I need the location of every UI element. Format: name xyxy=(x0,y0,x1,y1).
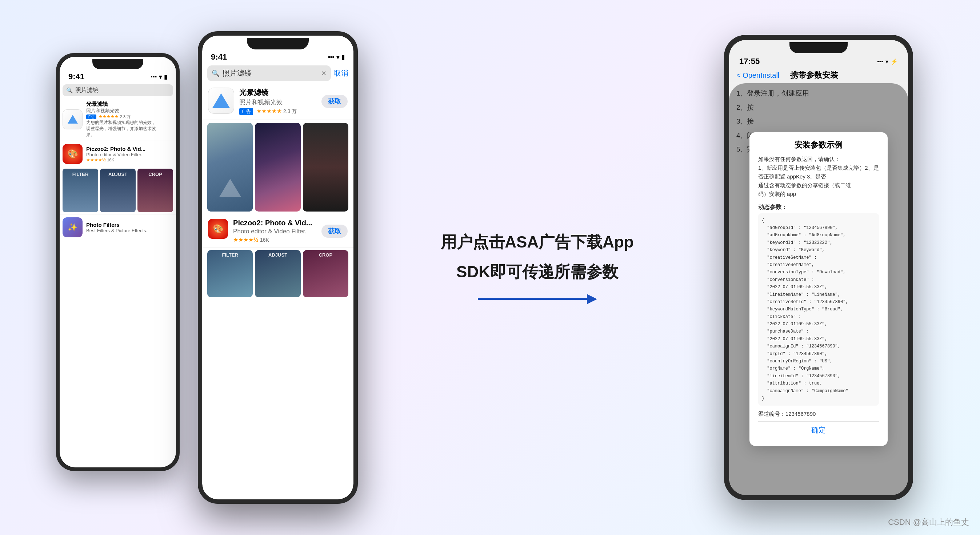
right-status-time: 17:55 xyxy=(739,57,760,66)
right-status-icons: ▪▪▪ ▾ ⚡ xyxy=(877,58,898,65)
right-battery-icon: ⚡ xyxy=(891,58,898,65)
back-app3-info: Photo Filters Best Filters & Picture Eff… xyxy=(86,222,147,233)
dialog-channel: 渠道编号：1234567890 xyxy=(758,411,879,418)
nav-back-btn[interactable]: < OpenInstall xyxy=(737,71,779,79)
dialog-confirm-btn[interactable]: 确定 xyxy=(758,421,879,439)
front-app1-info: 光景滤镜 照片和视频光效 广告 ★★★★★ 2.3 万 xyxy=(239,87,317,115)
phones-group: 9:41 ▪▪▪ ▾ ▮ 🔍 照片滤镜 xyxy=(67,31,350,504)
wifi-icon: ▾ xyxy=(159,73,162,80)
front-search-bar[interactable]: 🔍 照片滤镜 ✕ xyxy=(207,65,331,81)
back-app1-name: 光景滤镜 xyxy=(86,101,159,108)
back-app2-name: Piczoo2: Photo & Vid... xyxy=(86,146,145,152)
wifi-icon-front: ▾ xyxy=(336,54,339,61)
app-icon-piczoo-front: 🎨 xyxy=(208,219,228,239)
front-ss2-filter: FILTER xyxy=(207,250,253,297)
phone-right-notch xyxy=(789,42,848,53)
search-clear-btn[interactable]: ✕ xyxy=(321,70,326,78)
phone-front-status-bar: 9:41 ▪▪▪ ▾ ▮ xyxy=(202,49,353,63)
front-app2-get-btn[interactable]: 获取 xyxy=(321,225,348,238)
back-app1-stars: 广告 ★★★★★ 2.3 万 xyxy=(86,114,159,119)
arrow-head xyxy=(587,294,597,304)
front-app2-info: Piczoo2: Photo & Vid... Photo editor & V… xyxy=(233,219,317,243)
phone-right-screen: 17:55 ▪▪▪ ▾ ⚡ < OpenInstall 携带参数安装 1、登录注… xyxy=(729,40,908,495)
dialog-box: 安装参数示例 如果没有任何参数返回，请确认： 1、新应用是否上传安装包（是否集成… xyxy=(749,132,888,446)
search-text: 照片滤镜 xyxy=(75,86,99,94)
front-app2-name: Piczoo2: Photo & Vid... xyxy=(233,219,317,227)
main-container: 9:41 ▪▪▪ ▾ ▮ 🔍 照片滤镜 xyxy=(0,0,980,535)
phone-front: 9:41 ▪▪▪ ▾ ▮ 🔍 照片滤镜 ✕ 取消 xyxy=(198,31,358,504)
dialog-intro: 如果没有任何参数返回，请确认： 1、新应用是否上传安装包（是否集成完毕）2、是否… xyxy=(758,155,879,198)
phone-back-time: 9:41 xyxy=(68,72,84,81)
signal-icon: ▪▪▪ xyxy=(151,73,157,80)
phone-front-screen: 9:41 ▪▪▪ ▾ ▮ 🔍 照片滤镜 ✕ 取消 xyxy=(202,36,353,499)
arrow-section: 用户点击ASA广告下载App SDK即可传递所需参数 xyxy=(441,231,633,304)
front-screenshot-2 xyxy=(255,123,301,211)
front-screenshots-row2: FILTER ADJUST CROP xyxy=(202,248,353,300)
phone-front-time: 9:41 xyxy=(211,52,227,62)
front-app1-get-btn[interactable]: 获取 xyxy=(321,95,348,108)
right-signal-icon: ▪▪▪ xyxy=(877,58,883,65)
phone-back-notch xyxy=(92,59,143,69)
phone-back-search-bar[interactable]: 🔍 照片滤镜 xyxy=(62,84,173,96)
search-icon-front: 🔍 xyxy=(212,70,220,78)
right-status-bar: 17:55 ▪▪▪ ▾ ⚡ xyxy=(729,53,908,68)
back-app2-stars: ★★★★½ 16K xyxy=(86,157,145,162)
app-icon-guangjing-back xyxy=(62,110,83,129)
front-app-item-2: 🎨 Piczoo2: Photo & Vid... Photo editor &… xyxy=(202,214,353,248)
back-screenshot-adjust: ADJUST xyxy=(100,169,136,212)
app-icon-piczoo-back: 🎨 xyxy=(62,144,83,164)
ad-badge-front: 广告 xyxy=(239,108,253,115)
phone-back-screen: 9:41 ▪▪▪ ▾ ▮ 🔍 照片滤镜 xyxy=(60,57,176,467)
battery-icon: ▮ xyxy=(164,73,167,80)
back-ss-label-adjust: ADJUST xyxy=(108,171,127,177)
dialog-title: 安装参数示例 xyxy=(758,140,879,151)
front-screenshot-3 xyxy=(303,123,348,211)
back-app-item-2: 🎨 Piczoo2: Photo & Vid... Photo editor &… xyxy=(60,141,176,167)
phone-back: 9:41 ▪▪▪ ▾ ▮ 🔍 照片滤镜 xyxy=(56,53,180,471)
back-app2-subtitle: Photo editor & Video Filter. xyxy=(86,152,145,157)
triangle-icon-front xyxy=(212,94,230,108)
app-icon-guangjing-front xyxy=(208,87,234,114)
phone-front-notch xyxy=(247,38,309,49)
back-screenshot-crop: CROP xyxy=(137,169,173,212)
phone-back-status-icons: ▪▪▪ ▾ ▮ xyxy=(151,73,167,80)
front-app1-name: 光景滤镜 xyxy=(239,87,317,97)
search-cancel-btn[interactable]: 取消 xyxy=(334,68,348,78)
front-ss2-crop: CROP xyxy=(303,250,348,297)
signal-icon-front: ▪▪▪ xyxy=(328,54,334,60)
back-app-item-1: 光景滤镜 照片和视频光效 广告 ★★★★★ 2.3 万 为您的照片和视频实现想的… xyxy=(60,98,176,141)
app-icon-photofilters-back: ✨ xyxy=(62,217,83,237)
battery-icon-front: ▮ xyxy=(342,54,345,61)
front-app2-subtitle: Photo editor & Video Filter. xyxy=(233,228,317,235)
front-app2-stars: ★★★★½ 16K xyxy=(233,236,317,243)
front-app1-stars-row: 广告 ★★★★★ 2.3 万 xyxy=(239,108,317,115)
mountain-icon-1 xyxy=(219,179,241,197)
front-ss2-label-filter: FILTER xyxy=(222,252,238,258)
right-nav-bar: < OpenInstall 携带参数安装 xyxy=(729,68,908,83)
arrow-text-line2: SDK即可传递所需参数 xyxy=(457,260,618,283)
dialog-overlay: 安装参数示例 如果没有任何参数返回，请确认： 1、新应用是否上传安装包（是否集成… xyxy=(729,83,908,495)
front-screenshot-1 xyxy=(207,123,253,211)
dialog-code: { "adGroupId" : "1234567890", "adGroupNa… xyxy=(758,213,879,406)
nav-title: 携带参数安装 xyxy=(790,70,838,81)
front-search-text: 照片滤镜 xyxy=(223,68,318,78)
back-screenshot-filter: FILTER xyxy=(62,169,98,212)
back-app2-info: Piczoo2: Photo & Vid... Photo editor & V… xyxy=(86,146,145,162)
search-icon: 🔍 xyxy=(66,87,73,94)
right-wifi-icon: ▾ xyxy=(885,58,888,65)
back-ss-label-crop: CROP xyxy=(148,171,162,177)
back-app-item-3: ✨ Photo Filters Best Filters & Picture E… xyxy=(60,214,176,240)
front-app-item-1: 光景滤镜 照片和视频光效 广告 ★★★★★ 2.3 万 获取 xyxy=(202,83,353,120)
dynamic-label: 动态参数： xyxy=(758,203,879,211)
arrow-container xyxy=(478,294,597,304)
front-screenshots-row xyxy=(202,120,353,214)
triangle-icon xyxy=(68,115,78,124)
back-app1-desc: 为您的照片和视频实现想的的光效，调整曝光，增强细节，并添加艺术效果。 xyxy=(86,119,159,138)
back-app1-info: 光景滤镜 照片和视频光效 广告 ★★★★★ 2.3 万 为您的照片和视频实现想的… xyxy=(86,101,159,138)
arrow-shaft xyxy=(478,298,587,300)
front-ss2-label-adjust: ADJUST xyxy=(268,252,287,258)
phone-front-status-icons: ▪▪▪ ▾ ▮ xyxy=(328,54,345,61)
back-app1-subtitle: 照片和视频光效 xyxy=(86,108,159,114)
watermark: CSDN @高山上的鱼丈 xyxy=(888,517,969,528)
arrow-text-line1: 用户点击ASA广告下载App xyxy=(441,231,633,253)
